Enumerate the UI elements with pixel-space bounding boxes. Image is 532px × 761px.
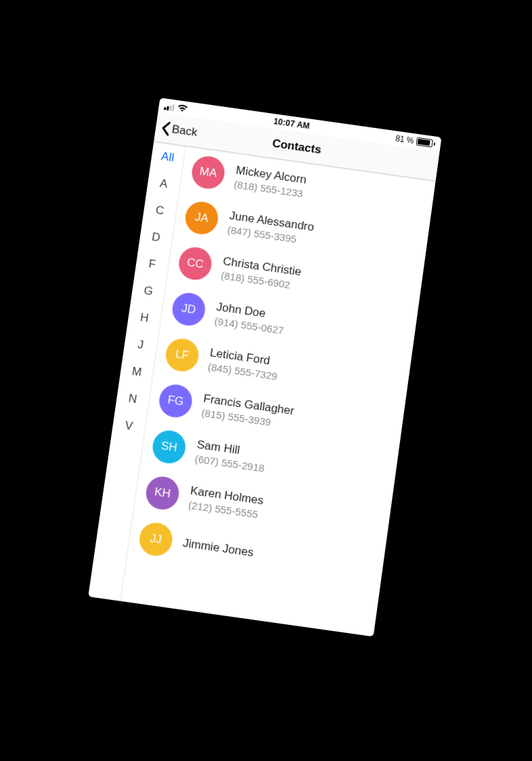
- contact-info: Christa Christie(818) 555-6902: [220, 254, 302, 291]
- phone-screen: 10:07 AM 81 % Back Contacts AllACDFGHJMN: [88, 97, 441, 636]
- index-all[interactable]: All: [160, 150, 175, 165]
- index-letter-v[interactable]: V: [124, 418, 133, 433]
- contact-info: Mickey Alcorn(818) 555-1233: [234, 163, 307, 199]
- page-title: Contacts: [271, 136, 322, 156]
- battery-icon: [416, 137, 435, 148]
- index-letter-j[interactable]: J: [137, 338, 144, 352]
- avatar: LF: [164, 336, 201, 374]
- index-letter-d[interactable]: D: [151, 230, 161, 245]
- contact-info: Karen Holmes(212) 555-5555: [187, 483, 264, 520]
- contact-info: Leticia Ford(845) 555-7329: [207, 345, 280, 381]
- clock: 10:07 AM: [273, 116, 310, 131]
- contact-info: Jimmie Jones: [182, 536, 254, 560]
- avatar: JJ: [137, 521, 175, 558]
- wifi-icon: [177, 104, 189, 113]
- chevron-left-icon: [160, 120, 172, 136]
- battery-percentage: 81 %: [395, 133, 414, 146]
- avatar: JD: [171, 290, 208, 327]
- cellular-signal-icon: [164, 102, 175, 110]
- back-label: Back: [171, 122, 198, 139]
- index-letter-c[interactable]: C: [155, 203, 165, 217]
- contact-info: Francis Gallagher(815) 555-3939: [201, 391, 295, 431]
- index-letter-n[interactable]: N: [128, 391, 138, 406]
- contact-info: John Doe(914) 555-0627: [214, 300, 287, 336]
- back-button[interactable]: Back: [156, 112, 202, 147]
- index-letter-h[interactable]: H: [139, 311, 150, 326]
- index-letter-f[interactable]: F: [148, 257, 156, 271]
- index-letter-m[interactable]: M: [131, 364, 142, 379]
- index-letter-g[interactable]: G: [143, 284, 154, 299]
- contact-name: Jimmie Jones: [182, 536, 254, 560]
- avatar: CC: [177, 245, 214, 282]
- avatar: SH: [150, 428, 187, 465]
- contact-info: June Alessandro(847) 555-3395: [227, 209, 315, 246]
- index-letter-a[interactable]: A: [159, 177, 169, 191]
- avatar: JA: [183, 199, 220, 236]
- avatar: KH: [144, 474, 181, 511]
- avatar: FG: [157, 382, 194, 419]
- avatar: MA: [190, 154, 226, 190]
- contact-info: Sam Hill(607) 555-2918: [194, 437, 267, 473]
